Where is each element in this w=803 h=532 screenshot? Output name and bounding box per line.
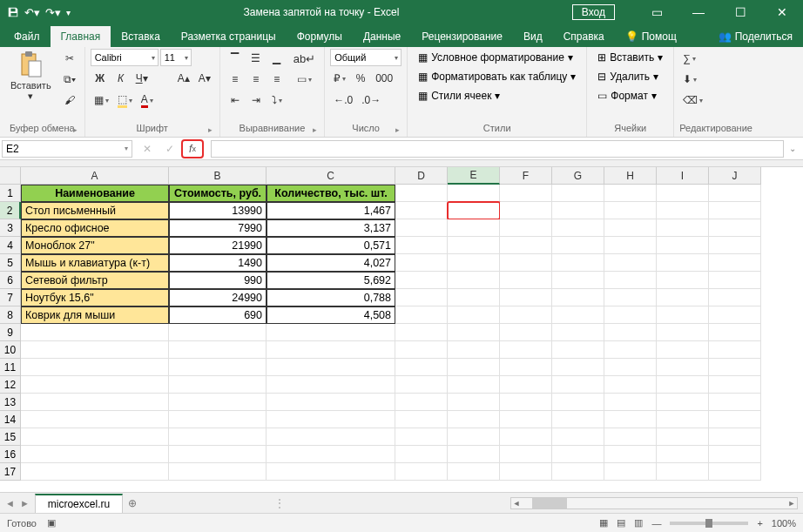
cell[interactable] bbox=[395, 237, 448, 254]
cell[interactable]: 0,788 bbox=[267, 289, 395, 306]
cell[interactable] bbox=[267, 376, 395, 394]
cell[interactable] bbox=[657, 394, 709, 411]
cell[interactable]: 7990 bbox=[169, 219, 267, 237]
sheet-next-icon[interactable]: ► bbox=[20, 498, 30, 508]
cell[interactable] bbox=[267, 463, 395, 481]
cell[interactable] bbox=[169, 376, 267, 394]
cell[interactable] bbox=[657, 411, 709, 428]
tab-layout[interactable]: Разметка страницы bbox=[171, 26, 287, 47]
format-cells-button[interactable]: ▭Формат▾ bbox=[592, 87, 662, 104]
decrease-indent-icon[interactable]: ⇤ bbox=[226, 91, 245, 110]
cell[interactable] bbox=[21, 463, 169, 481]
cell[interactable] bbox=[500, 219, 552, 237]
cell[interactable] bbox=[395, 359, 448, 376]
cell[interactable]: Моноблок 27" bbox=[21, 237, 169, 254]
merge-cells-icon[interactable]: ▭ bbox=[290, 70, 319, 89]
cell[interactable] bbox=[448, 341, 500, 359]
format-painter-icon[interactable]: 🖌 bbox=[60, 91, 79, 110]
cell[interactable] bbox=[657, 376, 709, 394]
cell[interactable] bbox=[709, 394, 761, 411]
cell[interactable] bbox=[657, 341, 709, 359]
cell[interactable] bbox=[21, 411, 169, 428]
sheet-prev-icon[interactable]: ◄ bbox=[5, 498, 15, 508]
cell[interactable] bbox=[395, 306, 448, 324]
cell[interactable] bbox=[448, 237, 500, 254]
cell[interactable] bbox=[169, 428, 267, 446]
decrease-font-icon[interactable]: A▾ bbox=[195, 69, 214, 88]
cell[interactable] bbox=[709, 428, 761, 446]
fill-icon[interactable]: ⬇ bbox=[679, 70, 700, 89]
cell[interactable] bbox=[709, 185, 761, 202]
column-header[interactable]: F bbox=[500, 167, 552, 185]
cell[interactable] bbox=[552, 428, 604, 446]
paste-button[interactable]: Вставить▾ bbox=[5, 49, 57, 103]
cell[interactable] bbox=[657, 185, 709, 202]
cell[interactable] bbox=[21, 324, 169, 341]
cell[interactable] bbox=[500, 411, 552, 428]
cell[interactable] bbox=[604, 341, 657, 359]
cell[interactable] bbox=[552, 463, 604, 481]
cell[interactable] bbox=[448, 219, 500, 237]
cell[interactable] bbox=[267, 411, 395, 428]
cell[interactable]: 1,467 bbox=[267, 202, 395, 219]
column-header[interactable]: A bbox=[21, 167, 169, 185]
tab-review[interactable]: Рецензирование bbox=[411, 26, 513, 47]
row-header[interactable]: 8 bbox=[0, 306, 21, 324]
cell[interactable] bbox=[448, 306, 500, 324]
cell[interactable] bbox=[657, 202, 709, 219]
increase-decimal-icon[interactable]: ←.0 bbox=[330, 91, 356, 110]
name-box[interactable]: E2 bbox=[2, 140, 132, 158]
cell[interactable] bbox=[552, 219, 604, 237]
row-header[interactable]: 13 bbox=[0, 394, 21, 411]
cell[interactable] bbox=[395, 202, 448, 219]
cell[interactable] bbox=[709, 202, 761, 219]
cell[interactable] bbox=[267, 359, 395, 376]
cell[interactable] bbox=[500, 306, 552, 324]
cell[interactable] bbox=[169, 324, 267, 341]
cell[interactable] bbox=[395, 463, 448, 481]
cell[interactable] bbox=[448, 202, 500, 219]
row-header[interactable]: 17 bbox=[0, 463, 21, 481]
cell[interactable] bbox=[395, 219, 448, 237]
cell[interactable] bbox=[395, 324, 448, 341]
cell[interactable] bbox=[395, 254, 448, 272]
cell[interactable] bbox=[604, 202, 657, 219]
undo-icon[interactable]: ↶▾ bbox=[24, 6, 40, 19]
cell[interactable] bbox=[657, 272, 709, 289]
column-header[interactable]: G bbox=[552, 167, 604, 185]
wrap-text-icon[interactable]: ab↵ bbox=[290, 49, 319, 68]
comma-style-icon[interactable]: 000 bbox=[372, 69, 396, 88]
cell[interactable] bbox=[657, 463, 709, 481]
cell[interactable] bbox=[267, 394, 395, 411]
cell[interactable] bbox=[395, 428, 448, 446]
row-header[interactable]: 16 bbox=[0, 446, 21, 463]
cell[interactable] bbox=[448, 394, 500, 411]
underline-button[interactable]: Ч▾ bbox=[132, 69, 152, 88]
insert-function-icon[interactable]: fx bbox=[181, 139, 204, 158]
cell[interactable] bbox=[604, 237, 657, 254]
cell-styles-button[interactable]: ▦Стили ячеек▾ bbox=[413, 87, 505, 104]
cell[interactable] bbox=[552, 289, 604, 306]
cell[interactable] bbox=[709, 289, 761, 306]
row-header[interactable]: 6 bbox=[0, 272, 21, 289]
cell[interactable] bbox=[169, 394, 267, 411]
zoom-slider[interactable] bbox=[670, 522, 748, 525]
cell[interactable] bbox=[709, 446, 761, 463]
cell[interactable] bbox=[448, 289, 500, 306]
cell[interactable]: 1490 bbox=[169, 254, 267, 272]
cell[interactable]: Ноутбук 15,6" bbox=[21, 289, 169, 306]
expand-formula-bar[interactable]: ⌄ bbox=[784, 144, 801, 153]
enter-formula-icon[interactable]: ✓ bbox=[159, 139, 181, 158]
cell[interactable] bbox=[552, 237, 604, 254]
cell[interactable] bbox=[500, 272, 552, 289]
new-sheet-button[interactable]: ⊕ bbox=[128, 497, 137, 509]
font-launcher[interactable]: ▸ bbox=[208, 125, 213, 134]
align-middle-icon[interactable]: ☰ bbox=[246, 49, 266, 68]
zoom-level[interactable]: 100% bbox=[772, 518, 796, 529]
bold-button[interactable]: Ж bbox=[91, 69, 110, 88]
autosum-icon[interactable]: ∑ bbox=[679, 49, 699, 68]
cell[interactable]: 4,027 bbox=[267, 254, 395, 272]
cell[interactable] bbox=[500, 289, 552, 306]
cell[interactable]: 0,571 bbox=[267, 237, 395, 254]
cell[interactable] bbox=[395, 394, 448, 411]
